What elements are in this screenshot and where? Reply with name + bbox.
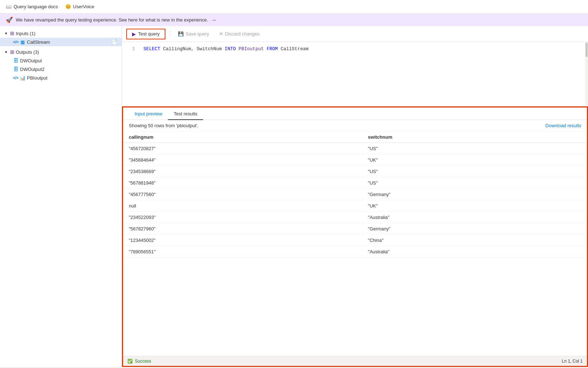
- cell-callingnum: "567827960": [123, 223, 362, 235]
- test-query-button[interactable]: ▶ Test query: [126, 29, 165, 39]
- results-scroll-area[interactable]: callingnum switchnum "456720827""US""345…: [123, 132, 587, 356]
- table-row: "123445002""China": [123, 235, 587, 246]
- outputs-icon: ⊞: [10, 49, 14, 55]
- book-icon: 📖: [6, 4, 11, 9]
- table-row: "567827960""Germany": [123, 223, 587, 235]
- query-line-1: 1 SELECT CallingNum, SwitchNum INTO PBIo…: [128, 46, 582, 52]
- code-icon: </>: [13, 39, 19, 45]
- cell-switchnum: "US": [362, 143, 587, 154]
- user-voice-label: UserVoice: [73, 4, 94, 9]
- cell-switchnum: "Australia": [362, 246, 587, 258]
- play-icon: ▶: [132, 31, 136, 37]
- rocket-icon: 🚀: [6, 16, 13, 23]
- download-results-link[interactable]: Download results: [545, 123, 581, 128]
- sql-into: INTO: [225, 46, 236, 52]
- cell-switchnum: "Australia": [362, 212, 587, 223]
- col-header-switchnum: switchnum: [362, 132, 587, 143]
- table-icon: ▦: [20, 39, 25, 45]
- db-icon-dw2: 🗄: [13, 66, 19, 72]
- results-panel: Input preview Test results Showing 50 ro…: [122, 106, 588, 367]
- inputs-section: ▼ ⊞ Inputs (1) </> ▦ CallStream 📄: [0, 29, 122, 46]
- sidebar: ▼ ⊞ Inputs (1) </> ▦ CallStream 📄 ▼ ⊞ Ou…: [0, 26, 122, 367]
- discard-changes-label: Discard changes: [225, 31, 260, 37]
- sql-select: SELECT: [144, 46, 160, 52]
- status-bar: ✅ Success Ln 1, Col 1: [123, 356, 587, 366]
- results-table: callingnum switchnum "456720827""US""345…: [123, 132, 587, 258]
- table-row: "345684644""UK": [123, 154, 587, 166]
- cell-switchnum: "US": [362, 177, 587, 189]
- status-success: ✅ Success: [127, 359, 151, 364]
- inputs-icon: ⊞: [10, 30, 14, 36]
- results-info-bar: Showing 50 rows from 'pbioutput'. Downlo…: [123, 120, 587, 132]
- success-icon: ✅: [127, 359, 133, 364]
- code-icon-pbi: </>: [13, 75, 19, 81]
- table-row: "456777560""Germany": [123, 189, 587, 200]
- outputs-header[interactable]: ▼ ⊞ Outputs (3): [0, 48, 122, 56]
- cell-callingnum: "789056551": [123, 246, 362, 258]
- sql-source: CallStream: [281, 46, 309, 52]
- inputs-header[interactable]: ▼ ⊞ Inputs (1): [0, 29, 122, 38]
- sidebar-item-pbioutput[interactable]: </> 📊 PBIoutput: [0, 73, 122, 82]
- tab-test-results[interactable]: Test results: [168, 107, 203, 120]
- cell-switchnum: "UK": [362, 200, 587, 212]
- cursor-position: Ln 1, Col 1: [562, 359, 583, 364]
- user-voice-link[interactable]: 😊 UserVoice: [65, 4, 94, 9]
- cell-switchnum: "UK": [362, 154, 587, 166]
- callstream-label: CallStream: [27, 39, 50, 45]
- table-row: null"UK": [123, 200, 587, 212]
- sidebar-item-callstream[interactable]: </> ▦ CallStream 📄: [0, 38, 122, 46]
- table-row: "234522093""Australia": [123, 212, 587, 223]
- editor-scrollbar-thumb: [585, 43, 588, 57]
- chart-icon-pbi: 📊: [20, 75, 25, 81]
- close-icon: ✕: [219, 31, 223, 37]
- table-header-row: callingnum switchnum: [123, 132, 587, 143]
- dwoutput2-label: DWOutput2: [20, 67, 44, 72]
- dwoutput-label: DWOutput: [20, 58, 42, 63]
- banner-text: We have revamped the query testing exper…: [16, 17, 208, 23]
- sql-from: FROM: [267, 46, 278, 52]
- discard-changes-button[interactable]: ✕ Discard changes: [216, 29, 263, 38]
- banner-arrow[interactable]: →: [211, 17, 217, 23]
- cell-switchnum: "US": [362, 166, 587, 177]
- content-area: ▶ Test query 💾 Save query ✕ Discard chan…: [122, 26, 588, 367]
- cell-callingnum: "123445002": [123, 235, 362, 246]
- outputs-chevron: ▼: [4, 50, 8, 54]
- cell-switchnum: "Germany": [362, 223, 587, 235]
- cell-callingnum: "456720827": [123, 143, 362, 154]
- cell-callingnum: "567881948": [123, 177, 362, 189]
- tab-input-preview[interactable]: Input preview: [129, 107, 168, 120]
- smiley-icon: 😊: [65, 4, 71, 9]
- table-row: "234538669""US": [123, 166, 587, 177]
- toolbar-separator-1: [170, 30, 170, 38]
- cell-callingnum: null: [123, 200, 362, 212]
- sidebar-item-dwoutput[interactable]: 🗄 DWOutput: [0, 56, 122, 65]
- sql-output: PBIoutput: [239, 46, 267, 52]
- status-success-label: Success: [135, 359, 151, 364]
- cell-callingnum: "234522093": [123, 212, 362, 223]
- table-row: "456720827""US": [123, 143, 587, 154]
- cell-switchnum: "Germany": [362, 189, 587, 200]
- save-icon: 💾: [178, 31, 184, 37]
- cell-callingnum: "234538669": [123, 166, 362, 177]
- outputs-section: ▼ ⊞ Outputs (3) 🗄 DWOutput 🗄 DWOutput2 <…: [0, 48, 122, 82]
- top-nav: 📖 Query language docs 😊 UserVoice: [0, 0, 588, 14]
- announcement-banner: 🚀 We have revamped the query testing exp…: [0, 14, 588, 26]
- table-row: "567881948""US": [123, 177, 587, 189]
- editor-scrollbar[interactable]: [585, 42, 588, 106]
- line-number-1: 1: [128, 46, 135, 52]
- sql-columns: CallingNum, SwitchNum: [163, 46, 225, 52]
- test-query-label: Test query: [138, 31, 160, 37]
- db-icon-dw1: 🗄: [13, 58, 19, 63]
- outputs-label: Outputs (3): [16, 49, 39, 55]
- save-query-button[interactable]: 💾 Save query: [174, 29, 213, 38]
- doc-icon[interactable]: 📄: [111, 39, 117, 45]
- query-docs-link[interactable]: 📖 Query language docs: [6, 4, 58, 9]
- toolbar: ▶ Test query 💾 Save query ✕ Discard chan…: [122, 26, 588, 42]
- sidebar-item-dwoutput2[interactable]: 🗄 DWOutput2: [0, 65, 122, 73]
- results-info-text: Showing 50 rows from 'pbioutput'.: [129, 123, 198, 128]
- inputs-label: Inputs (1): [16, 31, 36, 36]
- query-editor[interactable]: 1 SELECT CallingNum, SwitchNum INTO PBIo…: [122, 42, 588, 106]
- query-docs-label: Query language docs: [14, 4, 58, 9]
- tab-input-preview-label: Input preview: [135, 111, 162, 116]
- cell-switchnum: "China": [362, 235, 587, 246]
